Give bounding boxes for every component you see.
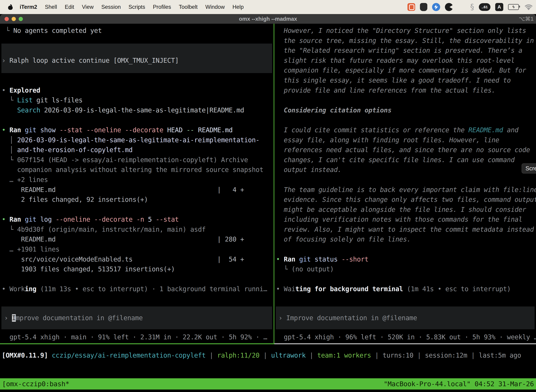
terminal-line: • Ran git status --short [276,254,536,265]
terminal-line: slight risk that future readers may over… [276,56,536,66]
status-segment: | [206,352,217,359]
text-segment: … +2 lines [2,176,48,183]
text-segment [194,126,198,134]
menu-item-profiles[interactable]: Profiles [153,4,171,10]
text-segment [338,256,341,263]
security-grid-icon[interactable] [420,3,427,11]
text-segment: • [2,126,10,134]
menu-item-help[interactable]: Help [232,4,244,10]
terminal-line: • Ran git show --stat --oneline --decora… [2,125,274,135]
menu-item-toolbelt[interactable]: Toolbelt [179,4,198,10]
menu-item-view[interactable]: View [82,4,94,10]
text-segment [163,126,167,134]
text-segment: ting for background terminal [295,285,403,293]
model-status-right: gpt-5.4 xhigh · 96% left · 520K in · 5.8… [284,333,536,341]
terminal-line [2,36,274,46]
status-segment: ultrawork [271,352,306,359]
screen-recording-overlay[interactable]: Scre [522,163,536,173]
menu-item-edit[interactable]: Edit [65,4,74,10]
text-segment: │ [2,146,17,154]
terminal-line: provide file and line references from th… [276,85,536,96]
terminal-line: • Working (11m 13s • esc to interrupt) ·… [2,284,274,294]
text-segment: companion analysis without altering the … [2,166,263,173]
terminal-line [276,244,536,254]
text-segment: review. Also, I might want to inspect th… [276,226,534,233]
text-segment: evidence. Since this change only affects… [276,196,536,203]
terminal-line [2,205,274,215]
text-segment: --decorate [125,126,163,134]
text-segment: show [40,126,56,134]
menu-item-session[interactable]: Session [101,4,121,10]
pane-left[interactable]: └ No agents completed yet › Ralph loop a… [0,24,274,344]
terminal-line: src/voice/voiceModeEnabled.ts | 54 + [2,254,274,265]
text-segment: However, I noticed the "Directory Struct… [276,27,526,34]
text-segment: Considering citation options [276,107,392,114]
terminal-line: review. Also, I might want to inspect th… [276,225,536,235]
text-segment [21,216,25,223]
tmux-session[interactable]: [omx-cczip0:bash* [2,380,69,388]
pane-right[interactable]: However, I noticed the "Directory Struct… [274,24,536,344]
text-segment: 2026-03-09-is-legal-the-same-as-legitima… [17,136,259,144]
status-segment [48,352,52,359]
chat-app-icon[interactable] [407,3,415,11]
text-segment: HEAD [167,126,183,134]
text-segment: └ [276,265,292,273]
terminal-line: the source tree, missing the essay. Stil… [276,36,536,46]
terminal-line: └ List git ls-files [2,95,274,105]
battery-icon[interactable]: ϟ [508,4,519,10]
text-cursor: I [12,314,16,322]
menu-item-scripts[interactable]: Scripts [129,4,145,10]
text-segment: 4b9d30f (origin/main, instructkr/main, m… [17,226,206,233]
terminal-line [2,115,274,125]
text-segment: List [17,96,33,104]
text-segment: of focusing solely on file lines. [276,236,411,243]
text-segment [36,126,40,134]
messenger-bolt-icon[interactable] [432,3,440,11]
text-segment: -- [187,126,194,134]
text-segment: │ [2,136,17,144]
text-segment: 5 [148,216,152,223]
terminal-line: the "Related research writing" section i… [276,46,536,56]
text-segment: Work [10,285,25,293]
menu-item-shell[interactable]: Shell [45,4,57,10]
status-segment: turns:10 [383,352,413,359]
status-segment: team:1 workers [317,352,371,359]
text-segment [144,216,148,223]
prompt-input-left[interactable]: › Improve documentation in @filename [1,307,272,329]
badge-61-icon[interactable]: ..61 [479,3,490,11]
text-segment [90,216,94,223]
apple-menu-icon[interactable] [8,4,13,10]
keyboard-layout-icon[interactable]: A [495,3,503,11]
terminal-line: companion file, especially if more comme… [276,65,536,75]
text-segment: … +1901 lines [2,246,59,253]
window-titlebar[interactable]: omx --xhigh --madmax ⌥⌘1 [0,14,536,24]
terminal-line: output instead. [276,165,536,175]
wifi-icon[interactable] [524,4,534,10]
text-segment [311,256,315,263]
prompt-input-right[interactable]: › Improve documentation in @filename [276,307,535,329]
text-segment [133,216,136,223]
prompt-placeholder: mprove documentation in @filename [16,314,143,322]
text-segment [121,126,125,134]
menu-item-window[interactable]: Window [206,4,225,10]
text-segment: essay file, along with finding root file… [276,136,499,144]
terminal-line [2,46,274,56]
text-segment [182,126,187,134]
status-segment: | [467,352,479,359]
squiggle-icon[interactable]: § [470,3,474,11]
text-segment: Search [17,107,40,114]
terminal-line: The team guideline is to back every impo… [276,185,536,195]
terminal-line: references need actual files, and since … [276,145,536,155]
text-segment: └ [2,156,17,164]
dots-grid-icon[interactable] [458,3,465,11]
menu-item-iterm2[interactable]: iTerm2 [20,4,37,10]
text-segment: and-the-erosion-of-copyleft.md [17,146,133,154]
status-segment: last:5m ago [479,352,521,359]
text-segment: • [276,256,284,263]
terminal-line: I could cite commit statistics or refere… [276,125,536,135]
terminal-line: └ No agents completed yet [2,26,274,36]
wedge-circle-icon[interactable] [445,3,453,11]
text-segment: log [40,216,52,223]
text-segment: companion file, especially if more comme… [276,67,526,74]
status-segment: | [306,352,317,359]
